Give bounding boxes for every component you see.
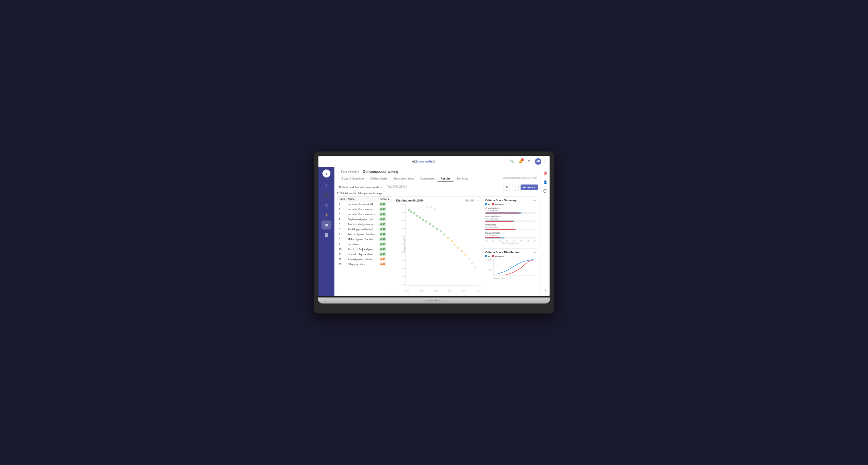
results-table-container[interactable]: Rank Name ↕ Score ▲ 1 Lactobacillus sake… (337, 196, 392, 294)
criteria-summary-title: Criteria Score Summary ⋯ (485, 199, 536, 202)
breadcrumb-back[interactable]: ‹ (338, 169, 340, 173)
share-button[interactable]: ↑ (512, 184, 519, 191)
criteria-bar (485, 212, 536, 214)
tab-goals[interactable]: Goals & Questions (338, 175, 368, 182)
criteria-menu-icon[interactable]: ⋯ (533, 199, 536, 202)
info-icon[interactable]: ℹ (542, 287, 549, 294)
name-cell: Isomalto oligosaccharides (346, 252, 378, 257)
scatter-dot (419, 217, 421, 219)
user-plus-icon[interactable]: 👤 (542, 178, 549, 186)
criteria-panel: Criteria Score Summary ⋯ All Percentile … (483, 196, 538, 294)
score-cell: 0.90 (378, 247, 392, 252)
criteria-bar (485, 229, 536, 230)
col-name[interactable]: Name ↕ (346, 197, 378, 202)
table-row[interactable]: 10 Pirrolo [1,2-a] and pyrazine-1... 0.9… (337, 247, 392, 252)
score-cell: 0.88 (378, 257, 392, 262)
name-cell: Lactobacillus rhamnosus S93 (346, 207, 378, 212)
table-row[interactable]: 6 Peptidoglycan-derived 0.92 (337, 227, 392, 232)
chevron-down-icon: ▾ (380, 186, 382, 189)
rank-cell: 9 (337, 242, 346, 247)
rank-cell: 11 (337, 252, 346, 257)
dist-plot-area (493, 259, 536, 275)
filter-button[interactable]: ⚗ (503, 184, 510, 191)
chevron-down-icon[interactable]: ▾ (544, 160, 546, 163)
score-cell: 0.87 (378, 262, 392, 267)
table-row[interactable]: 5 Arabinoxyl oligosaccharides 0.93 (337, 222, 392, 227)
chart-option-2[interactable]: ○ (470, 199, 474, 202)
distribution-svg (494, 259, 536, 275)
distribution-menu-icon[interactable]: ⋯ (533, 251, 536, 254)
tab-results[interactable]: Results (437, 175, 454, 182)
scatter-dot (425, 221, 427, 223)
scatter-dot (443, 233, 445, 235)
col-score[interactable]: Score ▲ (378, 197, 392, 202)
table-row[interactable]: 9 Lactulose 0.90 (337, 242, 392, 247)
criteria-row-label: Measurements (485, 232, 536, 234)
scatter-dot (436, 228, 438, 230)
compound-dropdown[interactable]: Prebiotic and Postbiotic compounds ▾ (337, 185, 384, 190)
score-cell: 0.95 (378, 207, 392, 212)
criteria-row-sub: 41% Weighted (485, 209, 536, 212)
name-cell: Peptidoglycan-derived (346, 227, 378, 232)
tab-define[interactable]: Define criteria (368, 175, 391, 182)
shared-view-badge[interactable]: SHARED VIEW (386, 185, 407, 189)
rank-cell: 3 (337, 212, 346, 217)
results-area: Prebiotic and Postbiotic compounds ▾ SHA… (335, 182, 540, 296)
chevron-down-icon: ▾ (534, 186, 535, 189)
sidebar-logo[interactable]: e (322, 169, 331, 177)
breadcrumb-current: Gut compound ranking (363, 169, 398, 173)
score-cell: 0.91 (378, 237, 392, 242)
sidebar-item-dashboard[interactable]: ⬛ (321, 191, 332, 199)
table-row[interactable]: 2 Lactobacillus rhamnosus S93 0.95 (337, 207, 392, 212)
table-row[interactable]: 12 Xylo oligosaccharides 0.88 (337, 257, 392, 262)
sidebar-item-ranking[interactable]: ⊞ (321, 221, 332, 230)
scatter-dot (422, 219, 424, 221)
table-row[interactable]: 4 Soybean oligosaccharides 0.93 (337, 217, 392, 222)
settings-icon[interactable]: ⚙ (526, 159, 532, 164)
sidebar-item-pipeline[interactable]: ⚡ (321, 210, 332, 220)
main-layout: e ⌂ ⬛ ◎ ⚡ ⊞ 📄 ‹ Data Valuation (318, 167, 550, 296)
table-row[interactable]: 3 Lactobacillus rhamnosus 0.94 (337, 212, 392, 217)
dist-x-labels: Characteristics (493, 277, 536, 279)
name-cell: Arabinoxyl oligosaccharides (346, 222, 378, 227)
avatar[interactable]: AB (535, 158, 541, 165)
notifications-icon[interactable]: 🔔 2 (518, 159, 523, 164)
results-toolbar: Prebiotic and Postbiotic compounds ▾ SHA… (337, 184, 538, 191)
criteria-row: Gut Conditions 32% Weighted (485, 215, 536, 222)
sidebar-item-network[interactable]: ◎ (321, 200, 332, 209)
name-cell: Fructo oligosaccharides (346, 232, 378, 237)
chart-menu-icon[interactable]: ⋯ (475, 199, 479, 202)
name-cell: Lactobacillus sakei NRRL B-19... (346, 202, 378, 207)
comment-icon[interactable]: 💬 (542, 188, 549, 195)
table-row[interactable]: 7 Fructo oligosaccharides 0.92 (337, 232, 392, 237)
table-row[interactable]: 1 Lactobacillus sakei NRRL B-19... 0.96 (337, 202, 392, 207)
tab-summary[interactable]: Summary (454, 175, 471, 182)
table-row[interactable]: 11 Isomalto oligosaccharides 0.90 (337, 252, 392, 257)
tab-structure[interactable]: Structure criteria (391, 175, 417, 182)
rank-cell: 13 (337, 262, 346, 267)
col-rank: Rank (337, 197, 346, 202)
tab-assessment[interactable]: Assessment (416, 175, 437, 182)
screen: e[datascientist] 🔍 🔔 2 ⚙ AB ▾ (318, 156, 550, 297)
rank-cell: 12 (337, 257, 346, 262)
criteria-row-sub: 32% Weighted (485, 218, 536, 220)
criteria-score-distribution: Criteria Score Distribution ⋯ All Percen… (483, 248, 538, 281)
search-icon[interactable]: 🔍 (509, 159, 515, 164)
target-icon[interactable]: 🎯 (542, 169, 549, 176)
score-cell: 0.94 (378, 212, 392, 217)
score-cell: 0.93 (378, 217, 392, 222)
rank-cell: 1 (337, 202, 346, 207)
criteria-row-label: Gut Conditions (485, 215, 536, 218)
app-shell: e[datascientist] 🔍 🔔 2 ⚙ AB ▾ (318, 156, 550, 296)
chart-option-1[interactable]: ○ (465, 199, 469, 202)
table-row[interactable]: 8 Malto oligosaccharides 0.91 (337, 237, 392, 242)
table-row[interactable]: 13 S-layer proteins 0.87 (337, 262, 392, 267)
criteria-row: Characteristics 41% Weighted (485, 207, 536, 214)
scatter-dot (430, 206, 432, 208)
breadcrumb-parent[interactable]: Data Valuation (341, 170, 359, 173)
criteria-bar (485, 237, 536, 238)
scatter-dot (440, 230, 442, 232)
sidebar-item-documents[interactable]: 📄 (321, 231, 332, 239)
actions-button[interactable]: Actions ▾ (521, 185, 538, 190)
sidebar-item-home[interactable]: ⌂ (321, 180, 332, 190)
